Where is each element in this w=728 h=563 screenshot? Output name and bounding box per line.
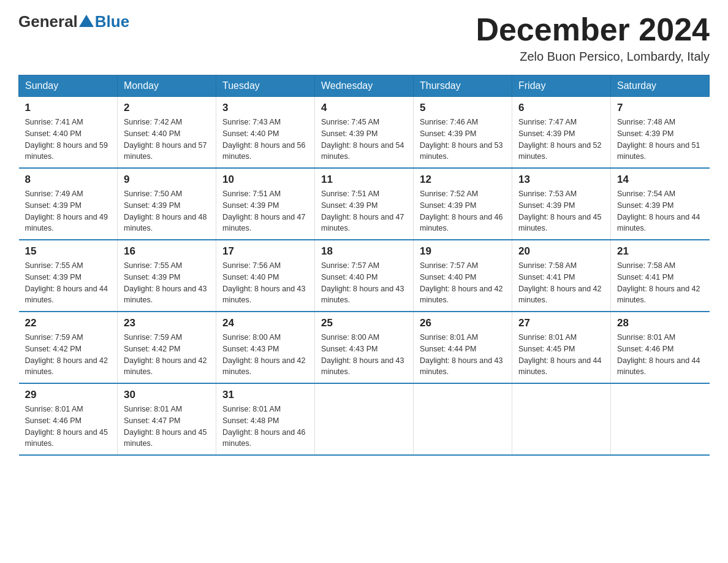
- calendar-day-cell: [414, 383, 512, 455]
- daylight-label: Daylight: 8 hours and 47 minutes.: [222, 213, 306, 233]
- daylight-label: Daylight: 8 hours and 43 minutes.: [124, 285, 207, 305]
- sunrise-label: Sunrise: 7:47 AM: [518, 118, 577, 126]
- daylight-label: Daylight: 8 hours and 51 minutes.: [617, 141, 700, 161]
- day-info: Sunrise: 7:42 AM Sunset: 4:40 PM Dayligh…: [124, 117, 210, 163]
- day-info: Sunrise: 8:01 AM Sunset: 4:44 PM Dayligh…: [420, 332, 506, 378]
- day-info: Sunrise: 8:01 AM Sunset: 4:46 PM Dayligh…: [25, 404, 112, 450]
- day-number: 29: [25, 389, 112, 401]
- calendar-day-cell: 12 Sunrise: 7:52 AM Sunset: 4:39 PM Dayl…: [414, 168, 512, 240]
- sunset-label: Sunset: 4:46 PM: [617, 345, 673, 353]
- sunrise-label: Sunrise: 7:59 AM: [124, 333, 182, 342]
- daylight-label: Daylight: 8 hours and 44 minutes.: [617, 213, 700, 233]
- daylight-label: Daylight: 8 hours and 52 minutes.: [518, 141, 602, 161]
- day-number: 20: [518, 245, 604, 258]
- sunrise-label: Sunrise: 7:58 AM: [617, 261, 675, 270]
- col-friday: Friday: [512, 75, 611, 97]
- sunrise-label: Sunrise: 7:45 AM: [321, 118, 379, 126]
- sunset-label: Sunset: 4:40 PM: [25, 129, 82, 138]
- day-number: 2: [124, 102, 210, 114]
- day-number: 22: [25, 317, 112, 329]
- sunset-label: Sunset: 4:39 PM: [321, 129, 377, 138]
- day-number: 17: [222, 245, 308, 258]
- calendar-day-cell: 27 Sunrise: 8:01 AM Sunset: 4:45 PM Dayl…: [512, 312, 611, 383]
- calendar-day-cell: 17 Sunrise: 7:56 AM Sunset: 4:40 PM Dayl…: [216, 240, 315, 312]
- daylight-label: Daylight: 8 hours and 54 minutes.: [321, 141, 404, 161]
- day-number: 27: [518, 317, 604, 329]
- daylight-label: Daylight: 8 hours and 45 minutes.: [124, 428, 207, 448]
- daylight-label: Daylight: 8 hours and 44 minutes.: [25, 285, 108, 305]
- col-monday: Monday: [118, 75, 216, 97]
- sunrise-label: Sunrise: 7:41 AM: [25, 118, 83, 126]
- calendar-week-row: 1 Sunrise: 7:41 AM Sunset: 4:40 PM Dayli…: [19, 97, 710, 169]
- calendar-day-cell: 30 Sunrise: 8:01 AM Sunset: 4:47 PM Dayl…: [118, 383, 216, 455]
- calendar-day-cell: 26 Sunrise: 8:01 AM Sunset: 4:44 PM Dayl…: [414, 312, 512, 383]
- sunrise-label: Sunrise: 7:55 AM: [25, 261, 83, 270]
- day-number: 21: [617, 245, 703, 258]
- day-info: Sunrise: 7:57 AM Sunset: 4:40 PM Dayligh…: [321, 260, 407, 306]
- daylight-label: Daylight: 8 hours and 42 minutes.: [518, 285, 602, 305]
- day-info: Sunrise: 7:41 AM Sunset: 4:40 PM Dayligh…: [25, 117, 112, 163]
- sunrise-label: Sunrise: 8:01 AM: [222, 405, 281, 413]
- sunset-label: Sunset: 4:39 PM: [518, 129, 575, 138]
- daylight-label: Daylight: 8 hours and 42 minutes.: [124, 356, 207, 377]
- daylight-label: Daylight: 8 hours and 49 minutes.: [25, 213, 108, 233]
- day-number: 10: [222, 174, 308, 186]
- sunrise-label: Sunrise: 8:01 AM: [25, 405, 83, 413]
- day-info: Sunrise: 7:51 AM Sunset: 4:39 PM Dayligh…: [321, 188, 407, 234]
- daylight-label: Daylight: 8 hours and 47 minutes.: [321, 213, 404, 233]
- day-info: Sunrise: 7:45 AM Sunset: 4:39 PM Dayligh…: [321, 117, 407, 163]
- sunset-label: Sunset: 4:40 PM: [124, 129, 180, 138]
- daylight-label: Daylight: 8 hours and 45 minutes.: [25, 428, 108, 448]
- day-info: Sunrise: 7:55 AM Sunset: 4:39 PM Dayligh…: [124, 260, 210, 306]
- sunrise-label: Sunrise: 8:00 AM: [222, 333, 281, 342]
- day-number: 7: [617, 102, 703, 114]
- day-info: Sunrise: 8:01 AM Sunset: 4:47 PM Dayligh…: [124, 404, 210, 450]
- sunrise-label: Sunrise: 8:00 AM: [321, 333, 379, 342]
- day-number: 11: [321, 174, 407, 186]
- calendar-week-row: 15 Sunrise: 7:55 AM Sunset: 4:39 PM Dayl…: [19, 240, 710, 312]
- sunrise-label: Sunrise: 7:42 AM: [124, 118, 182, 126]
- calendar-day-cell: 22 Sunrise: 7:59 AM Sunset: 4:42 PM Dayl…: [19, 312, 118, 383]
- day-info: Sunrise: 7:56 AM Sunset: 4:40 PM Dayligh…: [222, 260, 308, 306]
- sunset-label: Sunset: 4:40 PM: [321, 273, 377, 282]
- day-info: Sunrise: 7:49 AM Sunset: 4:39 PM Dayligh…: [25, 188, 112, 234]
- sunrise-label: Sunrise: 7:55 AM: [124, 261, 182, 270]
- day-number: 12: [420, 174, 506, 186]
- sunrise-label: Sunrise: 7:46 AM: [420, 118, 478, 126]
- sunset-label: Sunset: 4:39 PM: [321, 201, 377, 210]
- sunset-label: Sunset: 4:48 PM: [222, 416, 279, 425]
- calendar-header-row: Sunday Monday Tuesday Wednesday Thursday…: [19, 75, 710, 97]
- sunrise-label: Sunrise: 7:59 AM: [25, 333, 83, 342]
- day-number: 23: [124, 317, 210, 329]
- day-number: 16: [124, 245, 210, 258]
- sunrise-label: Sunrise: 7:49 AM: [25, 190, 83, 198]
- daylight-label: Daylight: 8 hours and 46 minutes.: [420, 213, 503, 233]
- calendar-day-cell: 4 Sunrise: 7:45 AM Sunset: 4:39 PM Dayli…: [315, 97, 414, 169]
- day-number: 13: [518, 174, 604, 186]
- calendar-day-cell: 16 Sunrise: 7:55 AM Sunset: 4:39 PM Dayl…: [118, 240, 216, 312]
- day-info: Sunrise: 8:00 AM Sunset: 4:43 PM Dayligh…: [321, 332, 407, 378]
- day-number: 18: [321, 245, 407, 258]
- calendar-week-row: 22 Sunrise: 7:59 AM Sunset: 4:42 PM Dayl…: [19, 312, 710, 383]
- daylight-label: Daylight: 8 hours and 57 minutes.: [124, 141, 207, 161]
- daylight-label: Daylight: 8 hours and 42 minutes.: [25, 356, 108, 377]
- sunset-label: Sunset: 4:39 PM: [518, 201, 575, 210]
- sunset-label: Sunset: 4:41 PM: [518, 273, 575, 282]
- col-saturday: Saturday: [611, 75, 710, 97]
- logo-general-text: General: [18, 12, 78, 31]
- calendar-week-row: 8 Sunrise: 7:49 AM Sunset: 4:39 PM Dayli…: [19, 168, 710, 240]
- sunset-label: Sunset: 4:43 PM: [321, 345, 377, 353]
- logo-text: General Blue: [18, 12, 129, 31]
- daylight-label: Daylight: 8 hours and 42 minutes.: [617, 285, 700, 305]
- sunset-label: Sunset: 4:42 PM: [124, 345, 180, 353]
- daylight-label: Daylight: 8 hours and 45 minutes.: [518, 213, 602, 233]
- calendar-day-cell: [315, 383, 414, 455]
- col-wednesday: Wednesday: [315, 75, 414, 97]
- day-info: Sunrise: 7:46 AM Sunset: 4:39 PM Dayligh…: [420, 117, 506, 163]
- calendar-day-cell: 6 Sunrise: 7:47 AM Sunset: 4:39 PM Dayli…: [512, 97, 611, 169]
- sunset-label: Sunset: 4:47 PM: [124, 416, 180, 425]
- day-number: 6: [518, 102, 604, 114]
- day-info: Sunrise: 7:47 AM Sunset: 4:39 PM Dayligh…: [518, 117, 604, 163]
- sunset-label: Sunset: 4:39 PM: [222, 201, 279, 210]
- calendar-day-cell: [512, 383, 611, 455]
